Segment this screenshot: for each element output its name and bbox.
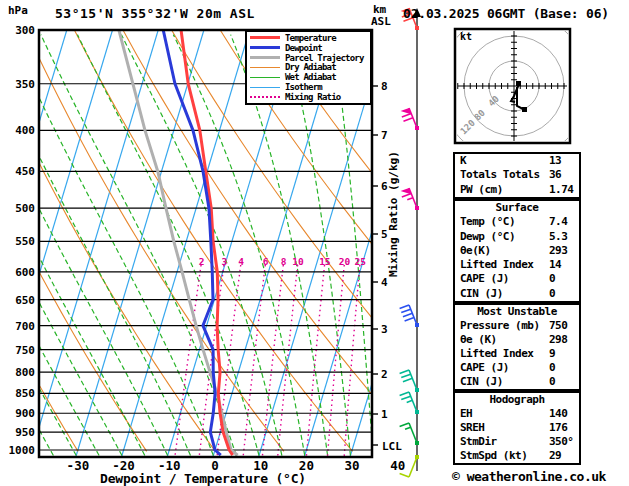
wind-barb — [401, 188, 419, 210]
legend-label: Wet Adiabat — [285, 72, 336, 82]
legend-item: Wet Adiabat — [250, 73, 368, 82]
stats-label: K — [460, 154, 466, 168]
stats-label: Lifted Index — [460, 258, 533, 272]
legend-label: Parcel Trajectory — [285, 53, 364, 63]
mixing-ratio-label: 25 — [354, 256, 366, 267]
mixing-ratio-line — [306, 265, 324, 457]
legend-label: Isotherm — [285, 82, 322, 92]
pressure-tick-label: 550 — [15, 235, 35, 248]
pressure-tick-label: 700 — [15, 320, 35, 333]
stats-row: Totals Totals36 — [458, 168, 576, 182]
pressure-tick-label: 900 — [15, 407, 35, 420]
km-tick-label: 8 — [381, 80, 388, 93]
km-tick-label: 2 — [381, 368, 388, 381]
mixing-ratio-labels: 2346810152025 — [199, 256, 367, 267]
wet-adiabat-line — [41, 35, 236, 456]
mixing-ratio-label: 4 — [238, 256, 244, 267]
stats-label: CIN (J) — [460, 287, 503, 301]
stats-label: EH — [460, 407, 472, 421]
stats-row: Lifted Index9 — [458, 347, 576, 361]
stats-label: PW (cm) — [460, 183, 503, 197]
stats-value: 293 — [549, 244, 567, 258]
km-tick-label: 4 — [381, 276, 388, 289]
wind-barb — [400, 423, 419, 445]
pressure-tick-label: 600 — [15, 266, 35, 279]
stats-box-surface: SurfaceTemp (°C)7.4Dewp (°C)5.3θe(K)293L… — [453, 199, 581, 303]
stats-row: Pressure (mb)750 — [458, 319, 576, 333]
chart-legend: TemperatureDewpointParcel TrajectoryDry … — [245, 30, 372, 105]
stats-box-indices: K13Totals Totals36PW (cm)1.74 — [453, 152, 581, 199]
stats-row: PW (cm)1.74 — [458, 183, 576, 197]
km-tick-label: 1 — [381, 408, 388, 421]
stats-label: StmSpd (kt) — [460, 449, 527, 463]
stats-value: 350° — [549, 435, 574, 449]
pressure-tick-label: 800 — [15, 366, 35, 379]
stats-value: 36 — [549, 168, 561, 182]
pressure-axis-unit: hPa — [8, 5, 28, 16]
barb-level-dot — [415, 206, 419, 210]
profile-curves — [119, 30, 238, 455]
stats-row: θe (K)298 — [458, 333, 576, 347]
stats-label: θe (K) — [460, 333, 497, 347]
pressure-tick-label: 300 — [15, 24, 35, 37]
stats-value: 298 — [549, 333, 567, 347]
stats-row: StmSpd (kt)29 — [458, 449, 576, 463]
barb-level-dot — [415, 455, 419, 459]
km-tick-label: 3 — [381, 323, 388, 336]
stats-value: 140 — [549, 407, 567, 421]
stats-row: Lifted Index14 — [458, 258, 576, 272]
copyright: © weatheronline.co.uk — [452, 470, 606, 483]
stats-box-hodograph: HodographEH140SREH176StmDir350°StmSpd (k… — [453, 391, 581, 465]
stats-row: CAPE (J)0 — [458, 272, 576, 286]
temperature-curve — [181, 30, 233, 455]
stats-label: StmDir — [460, 435, 497, 449]
stats-value: 0 — [549, 375, 555, 389]
pressure-tick-label: 650 — [15, 294, 35, 307]
barb-level-dot — [415, 410, 419, 414]
pressure-tick-label: 850 — [15, 387, 35, 400]
mixing-ratio-label: 10 — [292, 256, 304, 267]
mixing-ratio-label: 20 — [339, 256, 351, 267]
stats-label: θe(K) — [460, 244, 491, 258]
page-title: 53°15'N 355°32'W 20m ASL — [55, 7, 255, 20]
mixing-ratio-line — [327, 265, 344, 457]
stats-row: θe(K)293 — [458, 244, 576, 258]
altitude-axis-unit-km: km — [373, 4, 386, 15]
legend-label: Dewpoint — [285, 43, 322, 53]
mixing-ratio-axis-label: Mixing Ratio (g/kg) — [388, 151, 399, 277]
altitude-ticks: 87654321 — [372, 80, 388, 445]
stats-label: SREH — [460, 421, 485, 435]
legend-swatch-parcel-trajectory — [250, 56, 280, 59]
legend-item: Isotherm — [250, 83, 368, 92]
pressure-tick-label: 1000 — [9, 444, 36, 457]
pressure-tick-label: 950 — [15, 426, 35, 439]
mixing-ratio-label: 3 — [221, 256, 227, 267]
barb-level-dot — [415, 441, 419, 445]
stats-value: 7.4 — [549, 215, 567, 229]
legend-item: Parcel Trajectory — [250, 53, 368, 62]
stats-row: Temp (°C)7.4 — [458, 215, 576, 229]
temp-tick-label: -30 — [67, 458, 90, 473]
legend-label: Temperature — [285, 33, 336, 43]
wind-barb — [401, 108, 419, 130]
stats-value: 5.3 — [549, 230, 567, 244]
stats-value: 13 — [549, 154, 561, 168]
barb-level-dot — [415, 26, 419, 30]
stats-value: 29 — [549, 449, 561, 463]
mixing-ratio-label: 8 — [281, 256, 287, 267]
stats-box-header: Most Unstable — [458, 305, 576, 319]
barb-level-dot — [415, 388, 419, 392]
stats-row: CIN (J)0 — [458, 375, 576, 389]
stats-value: 0 — [549, 361, 555, 375]
stats-label: Pressure (mb) — [460, 319, 540, 333]
temp-axis-title: Dewpoint / Temperature (°C) — [100, 472, 306, 485]
wind-barb — [400, 392, 419, 414]
pressure-tick-label: 450 — [15, 165, 35, 178]
barb-level-dot — [415, 323, 419, 327]
legend-swatch-dry-adiabat — [250, 67, 280, 68]
stats-row: K13 — [458, 154, 576, 168]
pressure-tick-labels: 3003504004505005506006507007508008509009… — [9, 24, 36, 457]
stats-value: 1.74 — [549, 183, 574, 197]
pressure-tick-label: 350 — [15, 78, 35, 91]
stats-value: 14 — [549, 258, 561, 272]
